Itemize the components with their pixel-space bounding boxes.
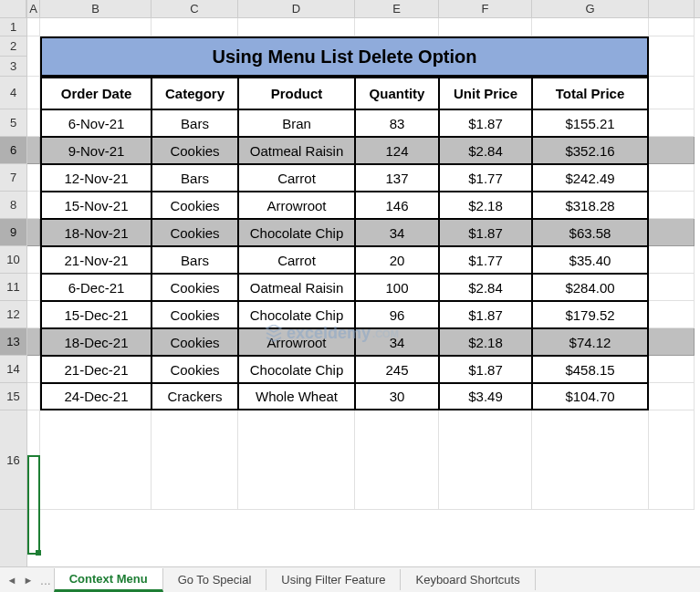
cell-date[interactable]: 9-Nov-21 [40, 137, 151, 164]
row-header-7[interactable]: 7 [0, 164, 26, 192]
header-unit-price[interactable]: Unit Price [439, 77, 532, 109]
cell-product[interactable]: Bran [238, 109, 355, 137]
cell-unit-price[interactable]: $1.77 [439, 164, 532, 192]
cell-total-price[interactable]: $352.16 [532, 137, 649, 164]
cell-product[interactable]: Chocolate Chip [238, 301, 355, 328]
cell-category[interactable]: Cookies [151, 356, 238, 383]
select-all-corner[interactable] [0, 0, 26, 18]
col-header-h[interactable] [649, 0, 695, 17]
col-header-d[interactable]: D [238, 0, 355, 17]
cell-unit-price[interactable]: $1.87 [439, 109, 532, 137]
cell-date[interactable]: 18-Dec-21 [40, 328, 151, 356]
cell-product[interactable]: Carrot [238, 246, 355, 274]
cell-unit-price[interactable]: $2.18 [439, 328, 532, 356]
cell-quantity[interactable]: 124 [355, 137, 439, 164]
cell-total-price[interactable]: $155.21 [532, 109, 649, 137]
cell-product[interactable]: Chocolate Chip [238, 356, 355, 383]
cell-total-price[interactable]: $284.00 [532, 274, 649, 301]
header-category[interactable]: Category [151, 77, 238, 109]
cell-unit-price[interactable]: $1.87 [439, 356, 532, 383]
cell-date[interactable]: 24-Dec-21 [40, 383, 151, 410]
cell-quantity[interactable]: 137 [355, 164, 439, 192]
row-header-2[interactable]: 2 [0, 36, 26, 57]
cell-category[interactable]: Cookies [151, 192, 238, 219]
cell-product[interactable]: Whole Wheat [238, 383, 355, 410]
cell-total-price[interactable]: $74.12 [532, 328, 649, 356]
cell-quantity[interactable]: 34 [355, 219, 439, 246]
cell-total-price[interactable]: $104.70 [532, 383, 649, 410]
cell-date[interactable]: 6-Dec-21 [40, 274, 151, 301]
cell-date[interactable]: 18-Nov-21 [40, 219, 151, 246]
cell-unit-price[interactable]: $1.77 [439, 246, 532, 274]
cell-total-price[interactable]: $179.52 [532, 301, 649, 328]
row-header-3[interactable]: 3 [0, 57, 26, 77]
row-header-10[interactable]: 10 [0, 246, 26, 274]
cell-category[interactable]: Bars [151, 246, 238, 274]
cell-category[interactable]: Cookies [151, 219, 238, 246]
cell-product[interactable]: Oatmeal Raisin [238, 137, 355, 164]
cell-total-price[interactable]: $318.28 [532, 192, 649, 219]
cell-quantity[interactable]: 30 [355, 383, 439, 410]
sheet-tab-context-menu[interactable]: Context Menu [54, 568, 163, 592]
sheet-tab-keyboard-shortcuts[interactable]: Keyboard Shortcuts [400, 569, 535, 590]
cell-unit-price[interactable]: $1.87 [439, 219, 532, 246]
cell-date[interactable]: 21-Dec-21 [40, 356, 151, 383]
cell-product[interactable]: Chocolate Chip [238, 219, 355, 246]
cell-quantity[interactable]: 83 [355, 109, 439, 137]
cell-quantity[interactable]: 146 [355, 192, 439, 219]
cell-date[interactable]: 12-Nov-21 [40, 164, 151, 192]
row-header-1[interactable]: 1 [0, 18, 26, 36]
cell-category[interactable]: Bars [151, 109, 238, 137]
header-order-date[interactable]: Order Date [40, 77, 151, 109]
row-header-16[interactable]: 16 [0, 410, 26, 510]
cell-quantity[interactable]: 34 [355, 328, 439, 356]
cell-quantity[interactable]: 96 [355, 301, 439, 328]
cell-unit-price[interactable]: $2.84 [439, 137, 532, 164]
header-quantity[interactable]: Quantity [355, 77, 439, 109]
cell-unit-price[interactable]: $1.87 [439, 301, 532, 328]
tab-nav-prev[interactable]: ◄ [4, 571, 20, 589]
cell-total-price[interactable]: $35.40 [532, 246, 649, 274]
row-header-8[interactable]: 8 [0, 192, 26, 219]
cell-date[interactable]: 15-Nov-21 [40, 192, 151, 219]
cell-product[interactable]: Carrot [238, 164, 355, 192]
cell-date[interactable]: 15-Dec-21 [40, 301, 151, 328]
row-header-6[interactable]: 6 [0, 137, 26, 164]
cell-quantity[interactable]: 100 [355, 274, 439, 301]
cell-total-price[interactable]: $63.58 [532, 219, 649, 246]
col-header-f[interactable]: F [439, 0, 532, 17]
col-header-e[interactable]: E [355, 0, 439, 17]
tab-nav-more[interactable]: ... [37, 573, 55, 587]
sheet-tab-go-to-special[interactable]: Go To Special [162, 569, 267, 590]
cell-unit-price[interactable]: $3.49 [439, 383, 532, 410]
row-header-4[interactable]: 4 [0, 77, 26, 109]
cell-total-price[interactable]: $458.15 [532, 356, 649, 383]
sheet-tab-using-filter[interactable]: Using Filter Feature [266, 569, 401, 590]
cell-category[interactable]: Cookies [151, 274, 238, 301]
tab-nav-next[interactable]: ► [20, 571, 37, 589]
table-title[interactable]: Using Menu List Delete Option [40, 36, 649, 77]
cell-unit-price[interactable]: $2.84 [439, 274, 532, 301]
row-header-5[interactable]: 5 [0, 109, 26, 137]
cell-total-price[interactable]: $242.49 [532, 164, 649, 192]
col-header-c[interactable]: C [151, 0, 238, 17]
cell-category[interactable]: Cookies [151, 137, 238, 164]
cells-area[interactable]: Using Menu List Delete Option Order Date… [27, 18, 700, 510]
fill-handle[interactable] [36, 550, 41, 556]
cell-category[interactable]: Bars [151, 164, 238, 192]
col-header-g[interactable]: G [532, 0, 649, 17]
row-header-14[interactable]: 14 [0, 356, 26, 383]
cell-product[interactable]: Arrowroot [238, 192, 355, 219]
cell-product[interactable]: Arrowroot [238, 328, 355, 356]
cell-unit-price[interactable]: $2.18 [439, 192, 532, 219]
cell-date[interactable]: 6-Nov-21 [40, 109, 151, 137]
header-total-price[interactable]: Total Price [532, 77, 649, 109]
cell-quantity[interactable]: 245 [355, 356, 439, 383]
row-header-13[interactable]: 13 [0, 328, 26, 356]
cell-quantity[interactable]: 20 [355, 246, 439, 274]
row-header-12[interactable]: 12 [0, 301, 26, 328]
row-header-15[interactable]: 15 [0, 383, 26, 410]
cell-product[interactable]: Oatmeal Raisin [238, 274, 355, 301]
row-header-11[interactable]: 11 [0, 274, 26, 301]
cell-date[interactable]: 21-Nov-21 [40, 246, 151, 274]
